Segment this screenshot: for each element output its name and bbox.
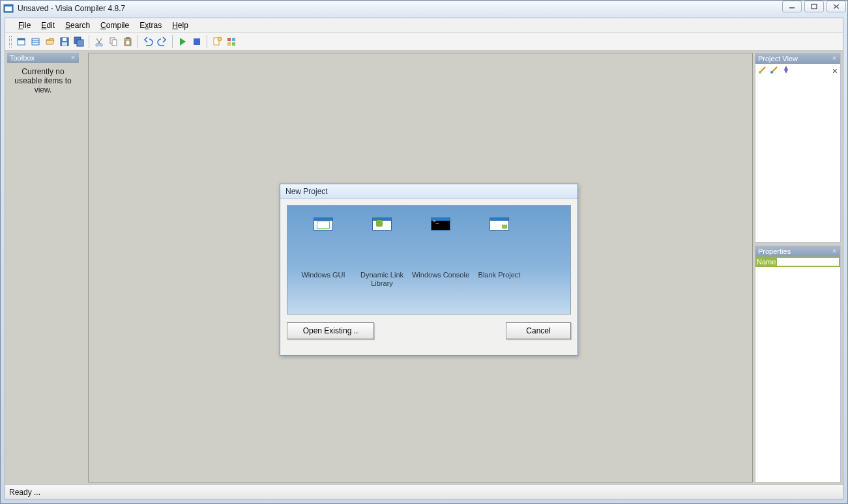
- dialog-body: Windows GUI Dynamic Link Library Windows…: [280, 199, 578, 346]
- window-title: Unsaved - Visia Compiler 4.8.7: [18, 4, 125, 13]
- new-project-dialog: New Project Windows GUI Dynamic Link Lib…: [280, 184, 578, 356]
- open-existing-button[interactable]: Open Existing ..: [287, 322, 374, 339]
- template-console[interactable]: Windows Console: [411, 217, 470, 263]
- titlebar: Unsaved - Visia Compiler 4.8.7: [1, 1, 847, 16]
- app-window: Unsaved - Visia Compiler 4.8.7 File Edit…: [0, 0, 848, 504]
- svg-rect-1: [5, 7, 12, 11]
- app-icon: [3, 3, 14, 14]
- client-area: File Edit Search Compile Extras Help: [5, 18, 843, 499]
- dll-icon: [372, 217, 392, 231]
- windows-gui-icon: [314, 217, 333, 231]
- dialog-layer: New Project Windows GUI Dynamic Link Lib…: [5, 18, 843, 499]
- dialog-title: New Project: [280, 184, 578, 199]
- template-pane: Windows GUI Dynamic Link Library Windows…: [287, 205, 571, 315]
- template-label: Blank Project: [470, 271, 529, 279]
- template-dll[interactable]: Dynamic Link Library: [353, 217, 411, 263]
- minimize-button[interactable]: [782, 1, 802, 12]
- console-icon: [431, 217, 450, 231]
- svg-rect-4: [811, 5, 817, 9]
- template-label: Windows GUI: [294, 271, 353, 279]
- window-controls: [780, 1, 846, 12]
- dialog-buttons: Open Existing .. Cancel: [287, 322, 571, 339]
- blank-project-icon: [490, 217, 509, 231]
- maximize-button[interactable]: [804, 1, 824, 12]
- close-button[interactable]: [826, 1, 846, 12]
- template-label: Dynamic Link Library: [353, 271, 411, 288]
- template-blank[interactable]: Blank Project: [470, 217, 529, 263]
- cancel-button[interactable]: Cancel: [506, 322, 571, 339]
- template-label: Windows Console: [411, 271, 470, 279]
- template-windows-gui[interactable]: Windows GUI: [294, 217, 353, 263]
- svg-rect-2: [4, 5, 13, 7]
